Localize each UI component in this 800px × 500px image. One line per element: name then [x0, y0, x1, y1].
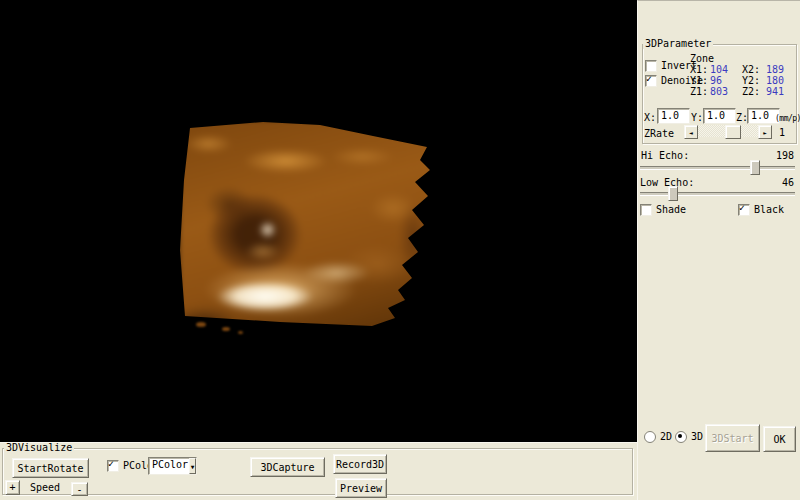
y-scale-label: Y:: [691, 112, 703, 123]
zrate-scrollbar[interactable]: ◄ ►: [684, 125, 772, 137]
zone-z1-label: Z1:: [690, 86, 710, 97]
checkbox-box: ✓: [107, 460, 119, 472]
3dcapture-button[interactable]: 3DCapture: [250, 457, 325, 477]
zrate-value: 1: [779, 127, 785, 138]
scroll-left-icon[interactable]: ◄: [684, 125, 698, 139]
zone-y2-label: Y2:: [742, 75, 766, 86]
hi-echo-slider-track[interactable]: [640, 166, 795, 170]
checkbox-box: [640, 204, 652, 216]
pcolor-dropdown[interactable]: PColor ▼: [148, 457, 197, 475]
zone-y1-label: Y1:: [690, 75, 710, 86]
record3d-button[interactable]: Record3D: [333, 454, 387, 474]
zone-y1-value: 96: [710, 75, 742, 86]
mode-2d-label: 2D: [660, 431, 672, 442]
checkbox-box: ✓: [645, 75, 657, 87]
speed-label: Speed: [30, 482, 60, 493]
zone-row-z: Z1: 803 Z2: 941: [690, 86, 796, 97]
mm-per-pixel-unit: (mm/p): [775, 113, 800, 124]
render-speck: [222, 327, 230, 331]
checkbox-box: ✓: [738, 204, 750, 216]
low-echo-value: 46: [782, 177, 794, 188]
render-viewport[interactable]: [0, 0, 637, 442]
start-rotate-button[interactable]: StartRotate: [12, 458, 89, 478]
zone-row-x: X1: 104 X2: 189: [690, 64, 796, 75]
black-label: Black: [754, 204, 784, 215]
low-echo-slider-track[interactable]: [640, 192, 795, 196]
render-speck: [238, 331, 243, 334]
ultrasound-texture: [178, 118, 434, 333]
mode-3d-label: 3D: [691, 431, 703, 442]
hi-echo-label: Hi Echo:: [641, 150, 689, 161]
zone-y2-value: 180: [766, 75, 796, 86]
zone-x1-label: X1:: [690, 64, 710, 75]
zone-x2-label: X2:: [742, 64, 766, 75]
hi-echo-value: 198: [776, 150, 794, 161]
preview-button[interactable]: Preview: [335, 478, 387, 498]
zone-z1-value: 803: [710, 86, 742, 97]
low-echo-slider-thumb[interactable]: [668, 186, 678, 201]
shade-label: Shade: [656, 204, 686, 215]
mode-2d-radio[interactable]: 2D: [644, 431, 672, 443]
zone-row-y: Y1: 96 Y2: 180: [690, 75, 796, 86]
zone-z2-label: Z2:: [742, 86, 766, 97]
scroll-right-icon[interactable]: ►: [758, 125, 772, 139]
zrate-scroll-thumb[interactable]: [725, 125, 741, 139]
zrate-scroll-track[interactable]: [698, 125, 758, 137]
zone-x2-value: 189: [766, 64, 796, 75]
dropdown-arrow-icon[interactable]: ▼: [189, 458, 196, 474]
ok-button[interactable]: OK: [763, 426, 796, 452]
pcolor-dropdown-value: PColor: [149, 458, 189, 474]
check-icon: ✓: [739, 202, 745, 213]
3dstart-button[interactable]: 3DStart: [705, 424, 760, 452]
parameter-group-label: 3DParameter: [643, 39, 713, 49]
zrate-label: ZRate: [644, 128, 674, 139]
speed-plus-button[interactable]: +: [5, 480, 20, 495]
zone-label: Zone: [690, 53, 714, 64]
radio-circle: [644, 431, 656, 443]
radio-circle: [675, 431, 687, 443]
speed-minus-button[interactable]: -: [71, 482, 88, 496]
visualize-group-label: 3DVisualize: [4, 443, 74, 453]
hi-echo-slider-thumb[interactable]: [750, 160, 760, 175]
zone-x1-value: 104: [710, 64, 742, 75]
radio-dot-icon: [678, 434, 682, 438]
app-window: 3DParameter Invert ✓ Denoise Zone X1: 10…: [0, 0, 800, 500]
render-speck: [196, 322, 206, 327]
check-icon: ✓: [646, 73, 652, 84]
checkbox-box: [645, 60, 657, 72]
ultrasound-volume-render: [178, 118, 434, 333]
zone-z2-value: 941: [766, 86, 796, 97]
visualize-toolbar: 3DVisualize StartRotate + Speed - ✓ PCol…: [0, 442, 637, 500]
x-scale-label: X:: [644, 112, 656, 123]
x-scale-input[interactable]: 1.0: [657, 108, 690, 124]
mode-3d-radio[interactable]: 3D: [675, 431, 703, 443]
shade-checkbox[interactable]: Shade: [640, 204, 686, 216]
parameter-panel: 3DParameter Invert ✓ Denoise Zone X1: 10…: [637, 0, 800, 500]
y-scale-input[interactable]: 1.0: [703, 108, 736, 124]
check-icon: ✓: [108, 458, 114, 469]
black-checkbox[interactable]: ✓ Black: [738, 204, 784, 216]
